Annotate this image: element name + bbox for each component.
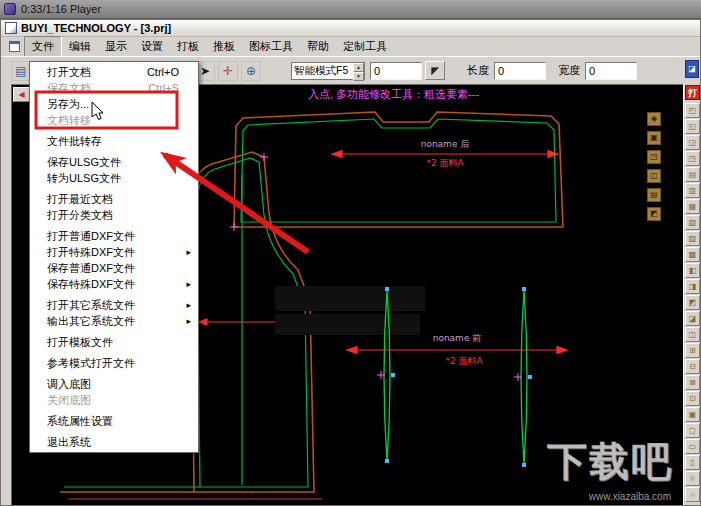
- menu-item-label: 退出系统: [47, 435, 91, 450]
- right-tool-button-22[interactable]: ▭: [685, 439, 700, 454]
- canvas-side-tool-4[interactable]: ◫: [647, 169, 661, 183]
- print-button[interactable]: 打: [685, 85, 700, 100]
- menubar-item-7[interactable]: 图标工具: [242, 37, 300, 56]
- menu-separator: [33, 410, 195, 411]
- menu-item[interactable]: 关闭底图: [31, 392, 197, 408]
- canvas-side-tool-1[interactable]: ◈: [647, 112, 661, 126]
- right-toolbar: 打 ◰◱◲◳▤▥▦▧▨▩◧◨◩◪◫⊞⊟⊠⊡▣◻▭▯◊○: [683, 84, 700, 505]
- menubar-item-4[interactable]: 设置: [134, 37, 170, 56]
- right-tool-button-12[interactable]: ◨: [685, 279, 700, 294]
- right-tool-button-9[interactable]: ▨: [685, 231, 700, 246]
- menu-item[interactable]: 退出系统: [31, 434, 197, 450]
- canvas-side-tool-3[interactable]: ◳: [647, 150, 661, 164]
- window-titlebar[interactable]: BUYI_TECHNOLOGY - [3.prj]: [1, 20, 700, 37]
- right-tool-button-24[interactable]: ◊: [685, 471, 700, 486]
- right-tool-button-11[interactable]: ◧: [685, 263, 700, 278]
- point-edit-icon[interactable]: ✛: [218, 61, 238, 81]
- right-tool-button-23[interactable]: ▯: [685, 455, 700, 470]
- menu-item[interactable]: 保存普通DXF文件: [31, 260, 197, 276]
- menu-item[interactable]: 文件批转存: [31, 133, 197, 149]
- menubar-item-9[interactable]: 定制工具: [336, 37, 394, 56]
- menu-item[interactable]: 系统属性设置: [31, 413, 197, 429]
- pick-tool-button[interactable]: ◤: [425, 61, 445, 80]
- menubar-item-8[interactable]: 帮助: [300, 37, 336, 56]
- right-tool-button-4[interactable]: ◳: [685, 151, 700, 166]
- submenu-arrow-icon: ▸: [186, 247, 193, 257]
- menubar-item-2[interactable]: 编辑: [62, 37, 98, 56]
- canvas-side-tool-5[interactable]: ▤: [647, 188, 661, 202]
- menu-item[interactable]: 打开分类文档: [31, 207, 197, 223]
- right-tool-button-16[interactable]: ⊞: [685, 343, 700, 358]
- menubar-item-3[interactable]: 显示: [98, 37, 134, 56]
- value-input[interactable]: [370, 62, 422, 80]
- piece-fabric-front: *2 面料A: [445, 356, 483, 366]
- menubar-item-1[interactable]: 文件: [24, 36, 62, 57]
- menubar-item-6[interactable]: 推板: [206, 37, 242, 56]
- length-input[interactable]: [494, 62, 546, 80]
- mode-select[interactable]: 智能模式F5 ▲▼: [291, 62, 365, 80]
- menu-separator: [33, 352, 195, 353]
- menu-item-label: 转为ULSG文件: [47, 171, 121, 186]
- menu-item-label: 关闭底图: [47, 393, 91, 408]
- spin-up-icon[interactable]: ▲: [353, 63, 364, 72]
- right-tool-button-3[interactable]: ◲: [685, 135, 700, 150]
- menu-item[interactable]: 打开模板文件: [31, 334, 197, 350]
- menu-item[interactable]: 调入底图: [31, 376, 197, 392]
- menu-item[interactable]: 打开文档Ctrl+O: [31, 64, 197, 80]
- right-tool-button-18[interactable]: ⊠: [685, 375, 700, 390]
- spin-down-icon[interactable]: ▼: [353, 72, 364, 81]
- right-tool-button-10[interactable]: ▩: [685, 247, 700, 262]
- menu-item-label: 输出其它系统文件: [47, 314, 135, 329]
- right-tool-button-15[interactable]: ◫: [685, 327, 700, 342]
- mode-spinner[interactable]: ▲▼: [353, 63, 364, 79]
- status-prompt: 入点, 多功能修改工具：粗选要素---: [308, 87, 479, 102]
- menu-item[interactable]: 打开最近文档: [31, 191, 197, 207]
- menu-item[interactable]: 保存特殊DXF文件▸: [31, 276, 197, 292]
- right-tool-button-5[interactable]: ▤: [685, 167, 700, 182]
- menu-item[interactable]: 文档转移: [31, 112, 197, 128]
- menu-item[interactable]: 另存为...: [31, 96, 197, 112]
- new-file-icon[interactable]: ▤: [11, 61, 31, 81]
- refresh-icon[interactable]: ⊕: [241, 61, 261, 81]
- right-tool-button-13[interactable]: ◩: [685, 295, 700, 310]
- menu-item[interactable]: 打开其它系统文件▸: [31, 297, 197, 313]
- right-tool-button-2[interactable]: ◱: [685, 119, 700, 134]
- menu-item[interactable]: 输出其它系统文件▸: [31, 313, 197, 329]
- menu-item-label: 文档转移: [47, 113, 91, 128]
- watermark-text: 下载吧: [547, 434, 673, 489]
- menubar-item-5[interactable]: 打板: [170, 37, 206, 56]
- width-input[interactable]: [585, 62, 637, 80]
- right-tool-button-19[interactable]: ⊡: [685, 391, 700, 406]
- right-tool-button-14[interactable]: ◪: [685, 311, 700, 326]
- menu-item-label: 保存普通DXF文件: [47, 261, 135, 276]
- menu-separator: [33, 331, 195, 332]
- menu-separator: [33, 431, 195, 432]
- app-window: BUYI_TECHNOLOGY - [3.prj] 文件编辑显示设置打板推板图标…: [0, 19, 701, 506]
- menu-item-label: 文件批转存: [47, 134, 102, 149]
- right-tool-button-25[interactable]: ○: [685, 487, 700, 502]
- toolbar-end-button[interactable]: ◪: [685, 60, 699, 78]
- menu-item-label: 打开其它系统文件: [47, 298, 135, 313]
- right-tool-button-6[interactable]: ▥: [685, 183, 700, 198]
- watermark-url: www.xiazaiba.com: [589, 491, 671, 502]
- piece-fabric-back: *2 面料A: [426, 158, 464, 168]
- right-tool-button-7[interactable]: ▦: [685, 199, 700, 214]
- right-tool-button-1[interactable]: ◰: [685, 103, 700, 118]
- right-tool-button-21[interactable]: ◻: [685, 423, 700, 438]
- menu-item-label: 保存文档: [47, 81, 91, 96]
- menu-item[interactable]: 保存文档Ctrl+S: [31, 80, 197, 96]
- canvas-side-tool-6[interactable]: ◩: [647, 207, 661, 221]
- menu-item[interactable]: 参考模式打开文件: [31, 355, 197, 371]
- right-tool-button-8[interactable]: ▧: [685, 215, 700, 230]
- right-tool-button-20[interactable]: ▣: [685, 407, 700, 422]
- menu-item[interactable]: 打开特殊DXF文件▸: [31, 244, 197, 260]
- menu-item[interactable]: 打开普通DXF文件: [31, 228, 197, 244]
- back-button[interactable]: ◀: [13, 87, 30, 102]
- menu-item[interactable]: 保存ULSG文件: [31, 154, 197, 170]
- menu-item-label: 系统属性设置: [47, 414, 113, 429]
- menu-item[interactable]: 转为ULSG文件: [31, 170, 197, 186]
- right-tool-button-17[interactable]: ⊟: [685, 359, 700, 374]
- canvas-side-tool-2[interactable]: ▣: [647, 131, 661, 145]
- menu-separator: [33, 130, 195, 131]
- player-title-bar[interactable]: 0:33/1:16 Player: [0, 0, 701, 19]
